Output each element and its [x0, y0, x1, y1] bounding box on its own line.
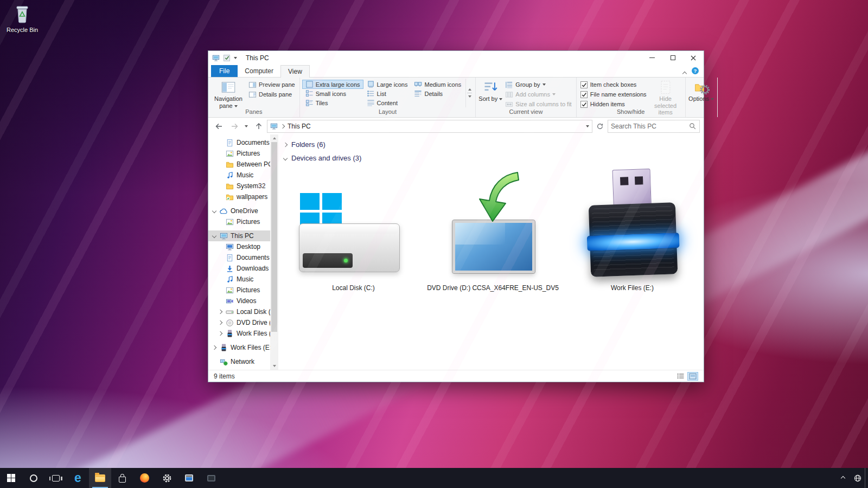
forward-button[interactable] — [227, 120, 241, 132]
breadcrumb-chevron-icon[interactable] — [280, 124, 285, 128]
nav-item-onedrive-pictures[interactable]: Pictures — [208, 216, 278, 227]
preview-pane-button[interactable]: Preview pane — [246, 80, 297, 89]
minimize-button[interactable] — [642, 51, 662, 65]
sort-by-button[interactable]: Sort by — [478, 79, 503, 102]
nav-item-pictures-pinned[interactable]: Pictures — [208, 148, 278, 159]
navigation-pane-button[interactable]: Navigation pane — [210, 79, 246, 109]
taskbar-app-button-1[interactable] — [178, 468, 200, 488]
tab-view[interactable]: View — [280, 65, 310, 78]
layout-scroll-down-button[interactable] — [468, 98, 471, 105]
address-dropdown-icon[interactable] — [586, 125, 589, 127]
expand-chevron-icon[interactable] — [218, 331, 222, 336]
scroll-up-button[interactable] — [270, 134, 278, 142]
qat-properties-icon[interactable] — [224, 55, 230, 61]
nav-item-work-files-e[interactable]: Work Files (E:) — [208, 328, 278, 339]
drive-work-files-e[interactable]: Work Files (E:) — [563, 168, 702, 292]
address-box[interactable]: This PC — [267, 120, 592, 133]
layout-list[interactable]: List — [363, 89, 411, 98]
maximize-button[interactable] — [662, 51, 683, 65]
cortana-search-button[interactable] — [22, 468, 44, 488]
add-columns-button[interactable]: Add columns — [503, 89, 573, 99]
drive-local-disk-c[interactable]: Local Disk (C:) — [284, 168, 423, 292]
expand-chevron-icon[interactable] — [212, 345, 216, 350]
network-tray-button[interactable] — [850, 468, 865, 488]
group-header-folders[interactable]: Folders (6) — [284, 138, 704, 151]
nav-item-wallpapers[interactable]: wallpapers — [208, 191, 278, 202]
drive-dvd-d[interactable]: DVD Drive (D:) CCSA_X64FRE_EN-US_DV5 — [423, 168, 563, 292]
nav-item-network[interactable]: Network — [208, 356, 278, 367]
nav-item-work-files-e-root[interactable]: Work Files (E:) — [208, 342, 278, 353]
nav-item-desktop[interactable]: Desktop — [208, 241, 278, 252]
expand-chevron-icon[interactable] — [212, 209, 216, 213]
back-button[interactable] — [212, 120, 226, 132]
nav-item-system32[interactable]: System32 — [208, 181, 278, 191]
options-button[interactable]: Options — [688, 79, 715, 102]
expand-chevron-icon[interactable] — [218, 310, 222, 314]
store-button[interactable] — [111, 468, 133, 488]
layout-small-icons[interactable]: Small icons — [302, 89, 363, 98]
nav-item-pictures[interactable]: Pictures — [208, 285, 278, 296]
scrollbar-thumb[interactable] — [271, 142, 277, 332]
size-all-columns-button[interactable]: Size all columns to fit — [503, 99, 573, 109]
start-button[interactable] — [0, 468, 22, 488]
expand-chevron-icon[interactable] — [218, 320, 222, 325]
group-expanded-chevron-icon[interactable] — [283, 156, 288, 160]
breadcrumb-location[interactable]: This PC — [288, 123, 311, 130]
nav-item-documents[interactable]: Documents — [208, 252, 278, 263]
nav-item-music-pinned[interactable]: Music — [208, 170, 278, 181]
scroll-down-button[interactable] — [270, 362, 278, 370]
edge-button[interactable]: e — [67, 468, 89, 488]
tab-computer[interactable]: Computer — [238, 65, 280, 77]
layout-medium-icons[interactable]: Medium icons — [411, 80, 464, 89]
layout-details[interactable]: Details — [411, 89, 464, 98]
help-button[interactable]: ? — [692, 67, 699, 74]
firefox-button[interactable] — [133, 468, 156, 488]
group-header-devices-drives[interactable]: Devices and drives (3) — [284, 151, 704, 165]
nav-item-between-pcs[interactable]: Between PCs — [208, 159, 278, 170]
tray-expand-button[interactable] — [835, 468, 850, 488]
recent-locations-button[interactable] — [242, 120, 250, 132]
up-button[interactable] — [252, 120, 265, 132]
qat-customize-dropdown-icon[interactable] — [234, 57, 237, 59]
layout-content[interactable]: Content — [363, 98, 411, 107]
nav-item-videos[interactable]: Videos — [208, 296, 278, 306]
search-icon[interactable] — [689, 123, 697, 130]
nav-item-documents-pinned[interactable]: Documents — [208, 137, 278, 148]
layout-large-icons[interactable]: Large icons — [363, 80, 411, 89]
search-box[interactable] — [608, 120, 700, 133]
layout-tiles[interactable]: Tiles — [302, 98, 363, 107]
nav-item-downloads[interactable]: Downloads — [208, 263, 278, 274]
task-view-button[interactable] — [44, 468, 67, 488]
tab-file[interactable]: File — [211, 65, 238, 77]
group-by-button[interactable]: Group by — [503, 80, 573, 89]
close-button[interactable] — [683, 51, 704, 65]
hidden-items-checkbox[interactable]: Hidden items — [579, 99, 648, 109]
large-thumbnails-view-toggle[interactable] — [687, 372, 698, 381]
nav-item-dvd-drive-d[interactable]: DVD Drive (D:) C — [208, 317, 278, 328]
item-check-boxes-checkbox[interactable]: Item check boxes — [579, 80, 648, 89]
group-collapsed-chevron-icon[interactable] — [283, 142, 288, 146]
details-pane-button[interactable]: Details pane — [246, 89, 297, 99]
file-name-extensions-checkbox[interactable]: File name extensions — [579, 89, 648, 99]
recycle-bin[interactable]: Recycle Bin — [3, 4, 41, 33]
nav-scrollbar[interactable] — [270, 134, 278, 370]
settings-button[interactable] — [156, 468, 178, 488]
nav-item-this-pc[interactable]: This PC — [208, 230, 278, 241]
gear-icon — [162, 473, 172, 483]
nav-item-local-disk-c[interactable]: Local Disk (C:) — [208, 306, 278, 317]
titlebar[interactable]: This PC — [208, 51, 704, 65]
layout-extra-large-icons[interactable]: Extra large icons — [302, 80, 363, 89]
preview-pane-icon — [248, 81, 257, 89]
file-explorer-button[interactable] — [89, 468, 111, 488]
details-view-toggle[interactable] — [675, 372, 686, 381]
refresh-button[interactable] — [594, 120, 606, 132]
expand-chevron-icon[interactable] — [212, 234, 216, 238]
nav-item-onedrive[interactable]: OneDrive — [208, 206, 278, 216]
layout-scroll-up-button[interactable] — [468, 81, 471, 88]
small-icons-icon — [305, 89, 314, 98]
search-input[interactable] — [611, 123, 687, 130]
nav-item-music[interactable]: Music — [208, 274, 278, 285]
show-desktop-button[interactable] — [865, 468, 868, 488]
taskbar-app-button-2[interactable] — [200, 468, 222, 488]
collapse-ribbon-button[interactable] — [683, 69, 686, 77]
